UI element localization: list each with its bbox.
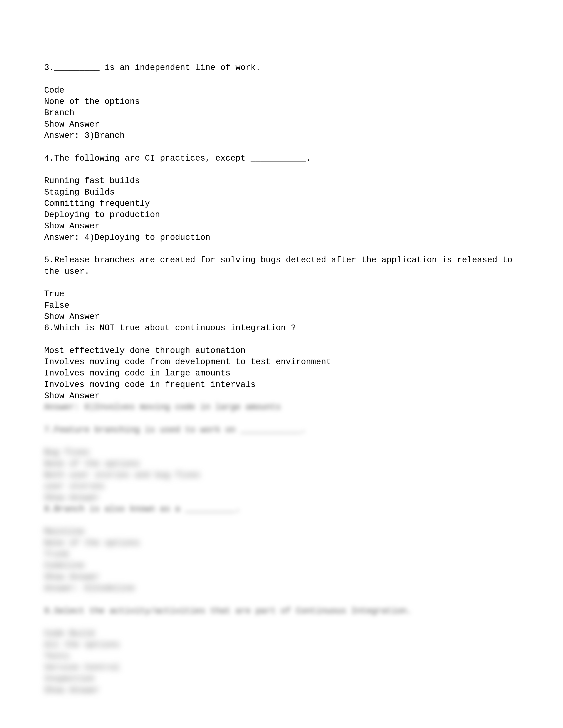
answer-label: Answer: 4)Deploying to production <box>44 233 210 242</box>
blurred-line: Codeline <box>44 561 84 570</box>
show-answer-label: Show Answer <box>44 312 100 321</box>
question-text: Release branches are created for solving… <box>44 255 518 276</box>
question-text: Which is NOT true about continuous integ… <box>54 323 296 333</box>
option: False <box>44 301 69 310</box>
blurred-line: Show Answer <box>44 685 100 695</box>
option: Running fast builds <box>44 176 140 186</box>
blurred-line: Mainline <box>44 527 84 536</box>
blurred-line: Show Answer <box>44 493 100 503</box>
blurred-line: Code Build <box>44 629 94 638</box>
show-answer-label: Show Answer <box>44 221 100 231</box>
blurred-answer: Answer: 6)Involves moving code in large … <box>44 402 281 412</box>
question-number: 4. <box>44 154 54 163</box>
blurred-line: Tests <box>44 651 69 661</box>
option: True <box>44 289 64 299</box>
blurred-line: Both user stories and bug fixes <box>44 470 200 480</box>
blurred-line: user stories <box>44 482 105 491</box>
blurred-line: Version Control <box>44 663 120 672</box>
show-answer-label: Show Answer <box>44 120 100 129</box>
question-5-header: 5.Release branches are created for solvi… <box>44 255 518 276</box>
question-number: 6. <box>44 323 54 333</box>
blurred-line: None of the options <box>44 538 140 548</box>
blurred-line: Answer: 8)Codeline <box>44 584 135 593</box>
blurred-question-9-header: 9.Select the activity/activities that ar… <box>44 606 412 616</box>
option: Committing frequently <box>44 199 150 208</box>
question-number: 5. <box>44 255 54 265</box>
blurred-question-8-header: 8.Branch is also known as a __________. <box>44 504 240 514</box>
question-4-header: 4.The following are CI practices, except… <box>44 154 311 163</box>
blurred-line: None of the options <box>44 459 140 469</box>
option: None of the options <box>44 97 140 106</box>
option: Involves moving code in frequent interva… <box>44 380 256 389</box>
blurred-line: All the options <box>44 640 120 649</box>
option: Staging Builds <box>44 188 115 197</box>
answer-label: Answer: 3)Branch <box>44 131 125 140</box>
blurred-line: Inspection <box>44 674 94 683</box>
show-answer-label: Show Answer <box>44 391 100 401</box>
option: Involves moving code in large amounts <box>44 368 230 378</box>
question-text: _________ is an independent line of work… <box>54 63 261 72</box>
blurred-question-7-header: 7.Feature branching is used to work on _… <box>44 425 306 435</box>
blurred-line: Show Answer <box>44 572 100 582</box>
question-text: The following are CI practices, except _… <box>54 154 311 163</box>
option: Most effectively done through automation <box>44 346 245 355</box>
document-page: 3._________ is an independent line of wo… <box>0 0 563 728</box>
question-3-header: 3._________ is an independent line of wo… <box>44 63 261 72</box>
option: Code <box>44 86 64 95</box>
blurred-line: Bug fixes <box>44 448 89 457</box>
question-6-header: 6.Which is NOT true about continuous int… <box>44 323 296 333</box>
option: Branch <box>44 108 74 118</box>
option: Involves moving code from development to… <box>44 357 331 367</box>
option: Deploying to production <box>44 210 160 220</box>
blurred-line: Trunk <box>44 550 69 559</box>
question-number: 3. <box>44 63 54 72</box>
